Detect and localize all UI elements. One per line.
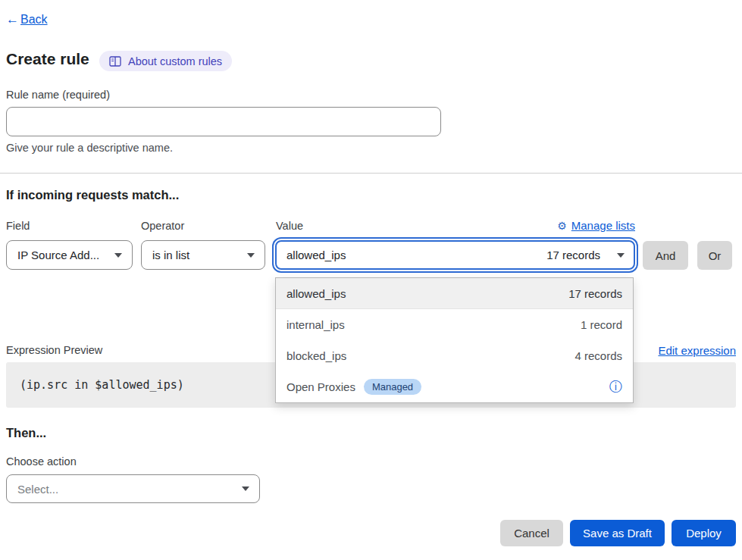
save-as-draft-button[interactable]: Save as Draft (570, 520, 665, 546)
field-label: Field (6, 220, 30, 232)
chevron-down-icon (617, 253, 625, 258)
or-button[interactable]: Or (697, 241, 732, 270)
managed-badge: Managed (364, 379, 421, 395)
list-item-name: blocked_ips (286, 349, 346, 362)
field-select[interactable]: IP Source Add... (6, 240, 133, 270)
deploy-button[interactable]: Deploy (672, 520, 736, 546)
back-arrow-icon: ← (6, 12, 19, 27)
list-item-name: internal_ips (286, 318, 345, 331)
cancel-button[interactable]: Cancel (500, 520, 563, 546)
back-link-label: Back (20, 13, 48, 27)
list-item[interactable]: internal_ips 1 record (276, 309, 633, 340)
value-combobox-value: allowed_ips (286, 249, 346, 261)
manage-lists-link[interactable]: ⚙ Manage lists (557, 219, 635, 232)
book-icon (109, 56, 121, 67)
field-select-value: IP Source Add... (17, 249, 99, 261)
edit-expression-link[interactable]: Edit expression (658, 344, 736, 357)
section-divider (0, 173, 742, 174)
create-rule-page: ←Back Create rule About custom rules Rul… (0, 0, 742, 560)
value-combobox[interactable]: allowed_ips 17 records (275, 240, 635, 270)
list-item[interactable]: allowed_ips 17 records (276, 278, 633, 309)
value-label: Value (276, 220, 303, 232)
operator-select-value: is in list (152, 249, 189, 261)
list-item[interactable]: Open Proxies Managed ⓘ (276, 371, 633, 402)
choose-action-label: Choose action (6, 455, 77, 468)
rule-name-help-text: Give your rule a descriptive name. (6, 142, 173, 154)
rule-name-label: Rule name (required) (6, 89, 110, 101)
action-select-placeholder: Select... (17, 483, 58, 496)
list-item[interactable]: blocked_ips 4 records (276, 340, 633, 371)
and-button[interactable]: And (643, 241, 688, 270)
list-item-detail: 4 records (575, 349, 622, 362)
match-section-heading: If incoming requests match... (6, 188, 179, 202)
chevron-down-icon (242, 486, 249, 491)
about-custom-rules-link[interactable]: About custom rules (99, 51, 232, 71)
manage-lists-label: Manage lists (571, 219, 635, 232)
expression-preview-label: Expression Preview (6, 344, 102, 356)
chevron-down-icon (114, 253, 122, 258)
about-custom-rules-label: About custom rules (128, 55, 222, 67)
action-select[interactable]: Select... (6, 474, 260, 503)
list-item-name: Open Proxies (286, 380, 355, 393)
chevron-down-icon (247, 253, 255, 258)
list-item-name: allowed_ips (286, 287, 346, 300)
then-section-heading: Then... (6, 426, 46, 440)
gear-icon: ⚙ (557, 220, 567, 232)
list-item-detail: 1 record (581, 318, 622, 331)
operator-select[interactable]: is in list (141, 240, 265, 270)
list-item-detail: 17 records (568, 287, 622, 300)
operator-label: Operator (141, 220, 184, 232)
value-records-count: 17 records (546, 249, 600, 261)
page-title: Create rule (6, 50, 89, 68)
back-link[interactable]: ←Back (6, 12, 48, 27)
expression-code: (ip.src in $allowed_ips) (20, 378, 184, 392)
info-icon[interactable]: ⓘ (609, 380, 622, 393)
rule-name-input[interactable] (6, 107, 441, 136)
value-dropdown-list: allowed_ips 17 records internal_ips 1 re… (275, 277, 634, 403)
